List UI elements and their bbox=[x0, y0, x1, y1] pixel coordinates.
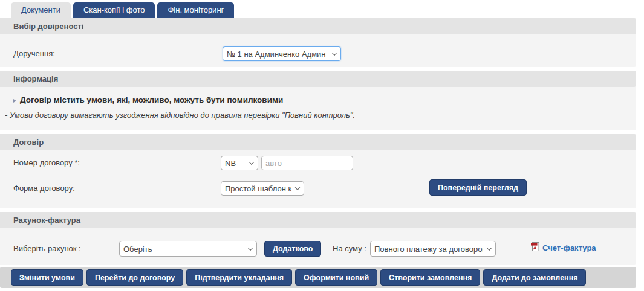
triangle-bullet-icon bbox=[13, 99, 16, 103]
tab-scans-photos[interactable]: Скан-копії і фото bbox=[73, 2, 155, 18]
invoice-link[interactable]: Счет-фактура bbox=[542, 243, 596, 252]
warning-title-text: Договір містить умови, які, можливо, мож… bbox=[20, 95, 283, 104]
amount-select-wrap: Повного платежу за договором bbox=[370, 241, 496, 257]
assignment-label: Доручення: bbox=[13, 49, 55, 58]
section-title-invoice: Рахунок-фактура bbox=[0, 212, 636, 228]
account-select-wrap: Оберіть bbox=[119, 241, 257, 257]
section-title-information: Інформація bbox=[0, 71, 636, 87]
tab-documents[interactable]: Документи bbox=[11, 2, 71, 18]
assignment-select[interactable]: № 1 на Админченко Админ bbox=[223, 46, 341, 61]
contract-number-label: Номер договору *: bbox=[13, 158, 80, 167]
contract-number-prefix-select[interactable]: NB bbox=[221, 156, 258, 170]
pdf-icon[interactable] bbox=[530, 241, 540, 254]
footer-action-bar: Змінити умови Перейти до договору Підтве… bbox=[0, 267, 636, 288]
change-terms-button[interactable]: Змінити умови bbox=[11, 269, 83, 286]
go-to-contract-button[interactable]: Перейти до договору bbox=[86, 269, 183, 286]
section-invoice: Рахунок-фактура Виберіть рахунок : Обері… bbox=[0, 212, 636, 265]
contract-form-label: Форма договору: bbox=[13, 184, 75, 193]
confirm-conclusion-button[interactable]: Підтвердити укладання bbox=[186, 269, 292, 286]
account-label: Виберіть рахунок : bbox=[13, 244, 81, 253]
warning-note: - Умови договору вимагають узгодження ві… bbox=[5, 110, 355, 120]
add-to-order-button[interactable]: Додати до замовлення bbox=[483, 269, 586, 286]
section-title-proxy: Вибір довіреності bbox=[0, 18, 636, 34]
tab-bar: Документи Скан-копії і фото Фін. монітор… bbox=[0, 0, 644, 18]
contract-form-select[interactable]: Простой шаблон кросса bbox=[221, 181, 304, 196]
amount-label: На суму : bbox=[333, 244, 366, 253]
section-proxy-choice: Вибір довіреності Доручення: № 1 на Адми… bbox=[0, 18, 636, 67]
warning-title: Договір містить умови, які, можливо, мож… bbox=[13, 95, 283, 104]
page: Документи Скан-копії і фото Фін. монітор… bbox=[0, 0, 644, 291]
create-new-button[interactable]: Оформити новий bbox=[295, 269, 377, 286]
create-order-button[interactable]: Створити замовлення bbox=[380, 269, 480, 286]
contract-form-select-wrap: Простой шаблон кросса bbox=[221, 181, 304, 196]
section-information: Інформація Договір містить умови, які, м… bbox=[0, 71, 636, 130]
additional-button[interactable]: Додатково bbox=[264, 241, 321, 257]
section-contract: Договір Номер договору *: NB Форма догов… bbox=[0, 134, 636, 208]
amount-select[interactable]: Повного платежу за договором bbox=[370, 241, 496, 257]
section-title-contract: Договір bbox=[0, 134, 636, 150]
assignment-select-wrap: № 1 на Админченко Админ bbox=[223, 46, 341, 61]
contract-number-input[interactable] bbox=[261, 156, 353, 170]
preview-button[interactable]: Попередній перегляд bbox=[429, 179, 527, 196]
contract-number-prefix-select-wrap: NB bbox=[221, 156, 258, 170]
tab-fin-monitoring[interactable]: Фін. моніторинг bbox=[157, 2, 234, 18]
account-select[interactable]: Оберіть bbox=[119, 241, 257, 257]
